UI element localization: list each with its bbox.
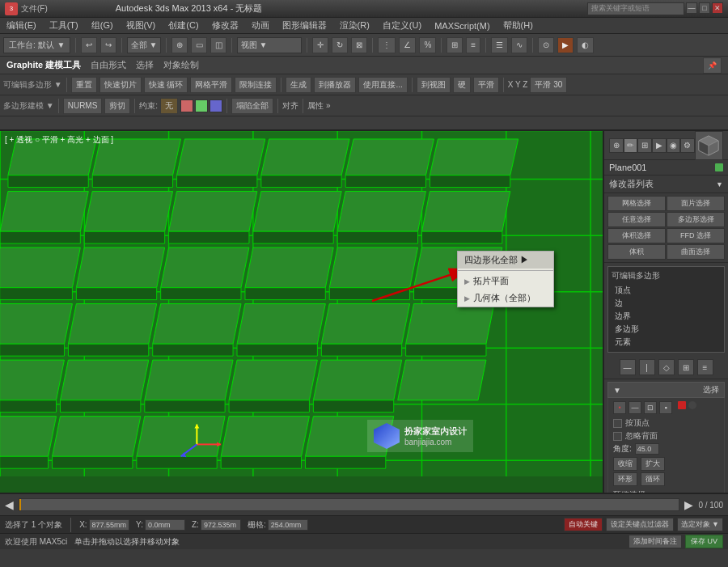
broadcast-btn[interactable]: 到播放器 [314, 77, 356, 93]
menu-view[interactable]: 视图(V) [123, 18, 159, 33]
angle-snap-btn[interactable]: ∠ [399, 37, 416, 53]
loop-sel-btn[interactable]: 循环 [641, 472, 665, 486]
minimize-btn[interactable]: — [686, 2, 697, 14]
sel-poly-btn[interactable]: 多边形选择 [667, 212, 725, 227]
collapse-all-btn[interactable]: 塌陷全部 [231, 98, 273, 114]
sel-border-icon[interactable]: ⊡ [644, 401, 657, 414]
auto-key-btn[interactable]: 自动关键 [564, 518, 603, 531]
sel-mesh-btn[interactable]: 网格选择 [607, 196, 666, 211]
tl-next-frame[interactable]: ▶ [684, 498, 693, 511]
plane30-btn[interactable]: 平滑 30 [530, 77, 567, 93]
sel-panel-header[interactable]: ▼ 选择 [607, 382, 725, 398]
sel-patch-btn[interactable]: 面片选择 [667, 196, 725, 211]
graphite-label[interactable]: Graphite 建模工具 [6, 59, 81, 71]
ignore-bg-cb[interactable] [613, 432, 622, 441]
z-value[interactable]: 972.535m [201, 519, 241, 531]
activeshade-btn[interactable]: ◐ [577, 37, 594, 53]
loop-btn[interactable]: 快速 循环 [144, 77, 188, 93]
sub-poly[interactable]: 多边形 [612, 323, 721, 336]
rp-create-icon[interactable]: ⊕ [609, 138, 624, 153]
generate-btn[interactable]: 生成 [286, 77, 311, 93]
menu-help[interactable]: 帮助(H) [500, 18, 536, 33]
sel-surface-btn[interactable]: 曲面选择 [667, 244, 725, 260]
sel-any-btn[interactable]: 任意选择 [607, 212, 666, 227]
rotate-btn[interactable]: ↻ [332, 37, 348, 53]
smooth-flat-btn[interactable]: 平滑 [473, 77, 499, 93]
select-region-btn[interactable]: ▭ [191, 37, 207, 53]
tl-prev-frame[interactable]: ◀ [5, 498, 14, 511]
rp-utility-icon[interactable]: ⚙ [680, 138, 695, 153]
ring-btn[interactable]: 环形 [613, 472, 637, 486]
to-view-btn[interactable]: 到视图 [417, 77, 451, 93]
rp-modifier-list[interactable]: 修改器列表 ▼ [604, 176, 728, 193]
menu-modifiers[interactable]: 修改器 [209, 18, 242, 33]
x-value[interactable]: 877.55mm [89, 519, 130, 531]
edit-icon-2[interactable]: | [639, 359, 655, 375]
nurms-btn[interactable]: NURMS [63, 98, 103, 114]
sub-edge[interactable]: 边 [612, 297, 721, 310]
view-mode-dropdown[interactable]: 视图 ▼ [237, 37, 302, 53]
window-controls[interactable]: 搜索关键字或短语 — □ ✕ [587, 2, 723, 15]
ctx-item-1[interactable]: 四边形化全部 ▶ [458, 252, 553, 269]
redo-btn[interactable]: ↪ [100, 37, 116, 53]
menu-tools[interactable]: 工具(T) [46, 18, 82, 33]
select-mode-dropdown[interactable]: 选定对象 ▼ [677, 518, 723, 531]
by-vertex-cb[interactable] [613, 419, 622, 428]
close-btn[interactable]: ✕ [712, 2, 723, 14]
edit-icon-5[interactable]: ≡ [697, 359, 713, 375]
menu-group[interactable]: 组(G) [88, 18, 116, 33]
sub-vertex[interactable]: 顶点 [612, 284, 721, 297]
set-key-btn[interactable]: 设定关键点过滤器 [606, 518, 674, 531]
menu-maxscript[interactable]: MAXScript(M) [431, 19, 493, 32]
timeline-bar[interactable] [19, 498, 679, 511]
ctx-item-2[interactable]: ▶ 拓片平面 [458, 273, 553, 290]
percent-snap-btn[interactable]: % [419, 37, 436, 53]
rp-display-icon[interactable]: ◉ [667, 138, 681, 153]
constrain-none-btn[interactable]: 无 [160, 98, 178, 114]
render-setup-btn[interactable]: ⊙ [538, 37, 554, 53]
select-filter[interactable]: 全部 ▼ [127, 37, 161, 53]
rp-hierarchy-icon[interactable]: ⊞ [637, 138, 652, 153]
undo-btn[interactable]: ↩ [81, 37, 97, 53]
sel-poly-icon[interactable]: ▪ [659, 401, 672, 414]
grid-smooth-btn[interactable]: 网格平滑 [190, 77, 232, 93]
edit-icon-4[interactable]: ⊞ [678, 359, 694, 375]
menu-graph-editor[interactable]: 图形编辑器 [279, 18, 330, 33]
maximize-btn[interactable]: □ [699, 2, 710, 14]
shrink-btn[interactable]: 收缩 [613, 457, 637, 471]
move-btn[interactable]: ✛ [312, 37, 328, 53]
edit-icon-1[interactable]: — [620, 359, 636, 375]
object-control-label[interactable]: 对象绘制 [163, 59, 199, 71]
menu-create[interactable]: 创建(C) [165, 18, 201, 33]
panel-pin-btn[interactable]: 📌 [703, 57, 722, 74]
rp-motion-icon[interactable]: ▶ [652, 138, 667, 153]
reset-btn[interactable]: 重置 [71, 77, 97, 93]
rp-cube-preview[interactable] [695, 131, 723, 160]
snaps-btn[interactable]: ⋮ [378, 37, 396, 53]
context-menu[interactable]: 四边形化全部 ▶ ▶ 拓片平面 ▶ 几何体（全部） [457, 251, 554, 307]
rp-modify-icon[interactable]: ✏ [624, 138, 638, 153]
menu-animation[interactable]: 动画 [248, 18, 273, 33]
hard-btn[interactable]: 硬 [453, 77, 471, 93]
menu-render[interactable]: 渲染(R) [336, 18, 373, 33]
rp-object-name[interactable]: Plane001 [604, 160, 728, 176]
sel-ffd-btn[interactable]: FFD 选择 [667, 228, 725, 243]
freeform-label[interactable]: 自由形式 [91, 59, 126, 71]
ctx-item-3[interactable]: ▶ 几何体（全部） [458, 290, 553, 307]
sel-body-btn[interactable]: 体积 [607, 244, 666, 260]
menu-edit[interactable]: 编辑(E) [3, 18, 40, 33]
select-obj-btn[interactable]: ⊕ [171, 37, 188, 53]
select-window-btn[interactable]: ◫ [210, 37, 226, 53]
align-btn[interactable]: ≡ [466, 37, 480, 53]
select-label[interactable]: 选择 [136, 59, 154, 71]
quick-slice-btn[interactable]: 快速切片 [99, 77, 142, 93]
sub-border[interactable]: 边界 [612, 310, 721, 323]
mirror-btn[interactable]: ⊞ [447, 37, 463, 53]
cut-btn[interactable]: 剪切 [104, 98, 130, 114]
viewport[interactable]: [ + 透视 ○ 平滑 + 高光 + 边面 ] [0, 131, 603, 493]
workspace-dropdown[interactable]: 工作台: 默认 ▼ [3, 37, 70, 53]
sub-element[interactable]: 元素 [612, 336, 721, 349]
grow-btn[interactable]: 扩大 [641, 457, 665, 471]
scale-btn[interactable]: ⊠ [351, 37, 367, 53]
curve-btn[interactable]: ∿ [511, 37, 527, 53]
